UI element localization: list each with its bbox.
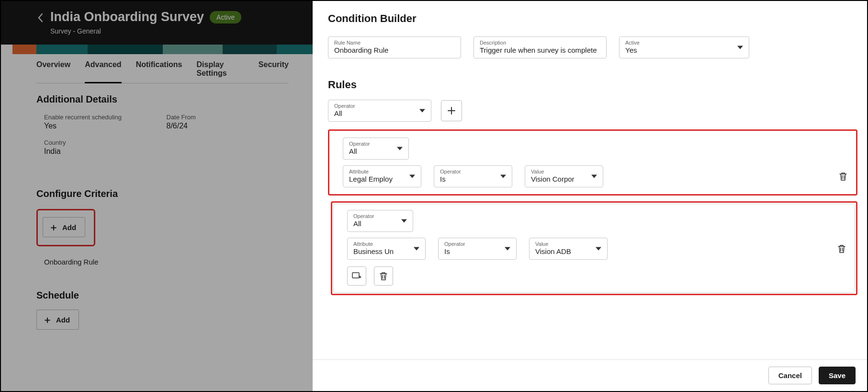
page-subtitle: Survey - General <box>50 27 313 35</box>
enable-recurrent-label: Enable recurrent scheduling <box>44 114 167 121</box>
chevron-down-icon <box>591 175 597 178</box>
rule-name-value: Onboarding Rule <box>334 46 455 54</box>
rule-block-1-highlight: Operator All Attribute Legal Employ Oper… <box>328 129 857 196</box>
description-value: Trigger rule when survey is complete <box>480 46 600 54</box>
block1-condition-operator-select[interactable]: Operator Is <box>434 165 512 187</box>
add-criteria-label: Add <box>62 223 76 231</box>
schedule-heading: Schedule <box>36 290 289 301</box>
panel-footer: Cancel Save <box>313 359 867 391</box>
rule-block-2-highlight: Operator All Attribute Business Un Opera… <box>331 201 857 295</box>
cancel-button[interactable]: Cancel <box>768 367 812 384</box>
attribute-label: Attribute <box>353 241 419 247</box>
block2-attribute-select[interactable]: Attribute Business Un <box>347 238 426 260</box>
tab-security[interactable]: Security <box>259 60 289 83</box>
block2-value-select[interactable]: Value Vision ADB <box>529 238 608 260</box>
chevron-down-icon <box>596 247 601 251</box>
chevron-down-icon <box>409 175 415 178</box>
add-criteria-button[interactable]: ＋ Add <box>43 217 85 237</box>
page-title: India Onboarding Survey <box>50 10 204 24</box>
block2-operator-value: All <box>353 219 407 228</box>
active-label: Active <box>625 40 743 46</box>
plus-icon <box>447 106 456 115</box>
chevron-down-icon <box>414 247 419 251</box>
block2-operator-select[interactable]: Operator All <box>347 210 413 232</box>
description-label: Description <box>480 40 600 46</box>
save-button[interactable]: Save <box>819 367 856 384</box>
chevron-down-icon <box>401 219 407 223</box>
condition-builder-title: Condition Builder <box>313 1 867 25</box>
operator-label: Operator <box>444 241 510 247</box>
add-condition-button[interactable] <box>347 266 366 286</box>
trash-icon <box>839 172 847 181</box>
value-label: Value <box>531 169 597 174</box>
operator-label: Operator <box>334 103 425 109</box>
tab-overview[interactable]: Overview <box>36 60 70 83</box>
block2-condition-operator-select[interactable]: Operator Is <box>438 238 517 260</box>
add-schedule-label: Add <box>56 316 70 324</box>
tab-display-settings[interactable]: Display Settings <box>197 60 244 83</box>
block1-operator-select[interactable]: Operator All <box>343 138 409 160</box>
block1-attribute-select[interactable]: Attribute Legal Employ <box>343 165 421 187</box>
operator-label: Operator <box>349 141 403 147</box>
rules-heading: Rules <box>313 58 867 91</box>
enable-recurrent-value: Yes <box>44 122 167 130</box>
chevron-down-icon <box>397 147 403 150</box>
block1-condition-operator-value: Is <box>440 175 506 183</box>
configure-criteria-heading: Configure Criteria <box>36 188 289 199</box>
add-criteria-highlight: ＋ Add <box>36 209 95 246</box>
tabs-bar: Overview Advanced Notifications Display … <box>12 54 313 83</box>
country-label: Country <box>44 139 167 146</box>
chevron-down-icon <box>419 109 425 113</box>
chevron-down-icon <box>737 46 743 49</box>
rule-block-2: Operator All Attribute Business Un Opera… <box>333 204 855 293</box>
block2-condition-operator-value: Is <box>444 247 510 255</box>
back-arrow-icon[interactable] <box>35 12 46 23</box>
value-label: Value <box>535 241 601 247</box>
date-from-value: 8/6/24 <box>167 122 289 130</box>
description-field[interactable]: Description Trigger rule when survey is … <box>473 36 607 58</box>
add-rule-group-button[interactable] <box>441 100 462 121</box>
add-row-icon <box>352 272 361 280</box>
active-field[interactable]: Active Yes <box>619 36 749 58</box>
plus-icon: ＋ <box>43 315 52 324</box>
block2-attribute-value: Business Un <box>353 247 401 255</box>
block2-value-value: Vision ADB <box>535 247 583 255</box>
page-header: India Onboarding Survey Active Survey - … <box>1 1 313 45</box>
rule-name-field[interactable]: Rule Name Onboarding Rule <box>328 36 461 58</box>
criteria-rule-name[interactable]: Onboarding Rule <box>44 258 289 266</box>
add-schedule-button[interactable]: ＋ Add <box>36 310 79 330</box>
country-value: India <box>44 147 167 156</box>
condition-builder-panel: Condition Builder Rule Name Onboarding R… <box>313 1 867 391</box>
rule-name-label: Rule Name <box>334 40 455 46</box>
tab-advanced[interactable]: Advanced <box>85 60 121 83</box>
active-value: Yes <box>625 46 743 54</box>
date-from-label: Date From <box>167 114 289 121</box>
additional-details-heading: Additional Details <box>36 94 289 105</box>
top-operator-select[interactable]: Operator All <box>328 100 431 122</box>
chevron-down-icon <box>500 175 506 178</box>
block1-value-select[interactable]: Value Vision Corpor <box>525 165 603 187</box>
attribute-label: Attribute <box>349 169 415 174</box>
status-badge: Active <box>210 11 241 23</box>
tab-notifications[interactable]: Notifications <box>136 60 182 83</box>
operator-label: Operator <box>440 169 506 174</box>
svg-rect-0 <box>352 273 359 278</box>
block1-value-value: Vision Corpor <box>531 175 579 183</box>
block1-attribute-value: Legal Employ <box>349 175 397 183</box>
delete-block-button[interactable] <box>374 266 393 286</box>
delete-row-button[interactable] <box>838 171 848 182</box>
block1-operator-value: All <box>349 147 403 155</box>
trash-icon <box>379 271 388 281</box>
decorative-banner <box>12 45 313 54</box>
operator-label: Operator <box>353 213 407 219</box>
delete-row-button[interactable] <box>836 243 847 254</box>
operator-value: All <box>334 109 425 117</box>
chevron-down-icon <box>505 247 510 251</box>
plus-icon: ＋ <box>49 222 58 232</box>
trash-icon <box>837 244 846 254</box>
